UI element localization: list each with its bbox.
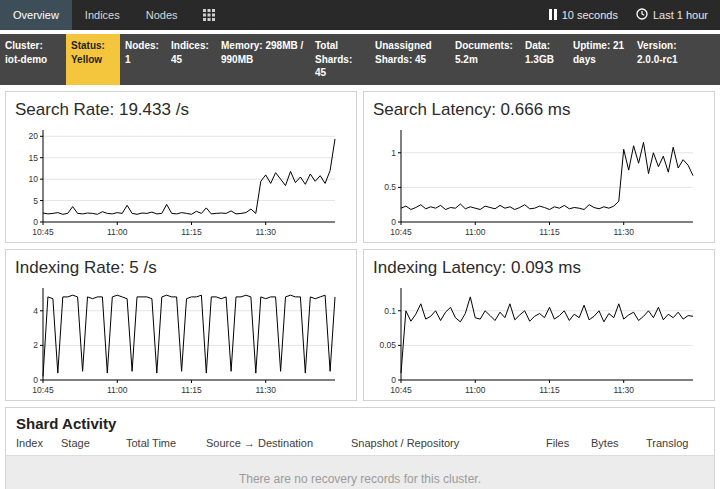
svg-text:0.05: 0.05 xyxy=(379,340,396,350)
svg-text:11:30: 11:30 xyxy=(613,227,634,237)
cluster-stat-6: Unassigned Shards: 45 xyxy=(370,34,450,85)
shard-col-6: Bytes xyxy=(591,437,646,449)
shard-col-4: Snapshot / Repository xyxy=(351,437,546,449)
svg-text:10:45: 10:45 xyxy=(390,385,412,395)
svg-text:1: 1 xyxy=(391,147,396,157)
svg-text:20: 20 xyxy=(29,131,39,141)
svg-text:10:45: 10:45 xyxy=(390,227,412,237)
nav-right-controls: 10 seconds Last 1 hour xyxy=(537,0,720,30)
indexing-latency-chart: 00.050.110:4511:0011:1511:30 xyxy=(373,282,701,396)
refresh-interval-control[interactable]: 10 seconds xyxy=(537,9,618,22)
svg-text:11:15: 11:15 xyxy=(539,385,560,395)
indexing-rate-chart: 02410:4511:0011:1511:30 xyxy=(15,282,343,396)
clock-icon xyxy=(636,8,648,22)
indexing-latency-panel: Indexing Latency: 0.093 ms 00.050.110:45… xyxy=(363,249,715,401)
svg-text:0: 0 xyxy=(391,217,396,227)
shard-activity-panel: Shard Activity IndexStageTotal TimeSourc… xyxy=(5,407,715,489)
cluster-stat-5: Total Shards: 45 xyxy=(310,34,370,85)
search-latency-chart: 00.5110:4511:0011:1511:30 xyxy=(373,124,701,238)
svg-text:4: 4 xyxy=(33,305,38,315)
nav-spacer xyxy=(227,0,537,30)
search-latency-title: Search Latency: 0.666 ms xyxy=(373,100,705,120)
svg-text:11:00: 11:00 xyxy=(465,227,486,237)
svg-text:11:30: 11:30 xyxy=(613,385,634,395)
search-rate-title: Search Rate: 19.433 /s xyxy=(15,100,347,120)
svg-text:0.1: 0.1 xyxy=(384,305,396,315)
svg-text:11:30: 11:30 xyxy=(255,227,276,237)
cluster-stat-4: Memory: 298MB / 990MB xyxy=(216,34,310,85)
svg-text:0.5: 0.5 xyxy=(384,182,396,192)
indexing-latency-title: Indexing Latency: 0.093 ms xyxy=(373,258,705,278)
svg-text:11:00: 11:00 xyxy=(107,385,128,395)
indexing-rate-panel: Indexing Rate: 5 /s 02410:4511:0011:1511… xyxy=(5,249,357,401)
shard-activity-empty-message: There are no recovery records for this c… xyxy=(6,455,714,489)
svg-text:11:00: 11:00 xyxy=(465,385,486,395)
page: { "nav": { "tabs": [ {"label": "Overview… xyxy=(0,0,720,489)
shard-activity-title: Shard Activity xyxy=(6,408,714,437)
svg-text:11:00: 11:00 xyxy=(107,227,128,237)
charts-grid: Search Rate: 19.433 /s 0510152010:4511:0… xyxy=(5,91,715,401)
cluster-stat-8: Data: 1.3GB xyxy=(520,34,568,85)
cluster-stat-3: Indices: 45 xyxy=(166,34,216,85)
svg-text:10:45: 10:45 xyxy=(32,227,54,237)
cluster-stat-10: Version: 2.0.0-rc1 xyxy=(632,34,704,85)
search-rate-chart: 0510152010:4511:0011:1511:30 xyxy=(15,124,343,238)
apps-grid-icon[interactable] xyxy=(191,0,227,30)
time-range-label: Last 1 hour xyxy=(653,9,708,21)
svg-text:15: 15 xyxy=(29,152,39,162)
indexing-rate-title: Indexing Rate: 5 /s xyxy=(15,258,347,278)
svg-text:11:15: 11:15 xyxy=(181,385,202,395)
tab-overview[interactable]: Overview xyxy=(0,0,72,30)
cluster-stat-7: Documents: 5.2m xyxy=(450,34,520,85)
cluster-stat-9: Uptime: 21 days xyxy=(568,34,632,85)
cluster-status-bar: Cluster: iot-demoStatus: YellowNodes: 1I… xyxy=(0,34,720,85)
svg-text:11:30: 11:30 xyxy=(255,385,276,395)
svg-text:11:15: 11:15 xyxy=(539,227,560,237)
cluster-stat-2: Nodes: 1 xyxy=(120,34,166,85)
search-rate-panel: Search Rate: 19.433 /s 0510152010:4511:0… xyxy=(5,91,357,243)
svg-text:2: 2 xyxy=(33,340,38,350)
svg-text:11:15: 11:15 xyxy=(181,227,202,237)
shard-col-1: Stage xyxy=(61,437,126,449)
refresh-interval-label: 10 seconds xyxy=(562,9,618,21)
shard-col-5: Files xyxy=(546,437,591,449)
tab-indices[interactable]: Indices xyxy=(72,0,133,30)
time-range-control[interactable]: Last 1 hour xyxy=(624,8,708,22)
shard-col-3: Source → Destination xyxy=(206,437,351,449)
cluster-stat-0: Cluster: iot-demo xyxy=(0,34,66,85)
shard-col-7: Translog xyxy=(646,437,704,449)
pause-icon[interactable] xyxy=(549,9,557,22)
shard-col-0: Index xyxy=(16,437,61,449)
cluster-stat-1: Status: Yellow xyxy=(66,34,120,85)
tab-nodes[interactable]: Nodes xyxy=(133,0,191,30)
svg-text:5: 5 xyxy=(33,195,38,205)
svg-text:10: 10 xyxy=(29,174,39,184)
svg-text:10:45: 10:45 xyxy=(32,385,54,395)
top-nav: Overview Indices Nodes 10 seconds Last 1… xyxy=(0,0,720,30)
shard-col-2: Total Time xyxy=(126,437,206,449)
shard-activity-header: IndexStageTotal TimeSource → Destination… xyxy=(6,437,714,455)
svg-text:0: 0 xyxy=(391,375,396,385)
svg-text:0: 0 xyxy=(33,217,38,227)
search-latency-panel: Search Latency: 0.666 ms 00.5110:4511:00… xyxy=(363,91,715,243)
svg-text:0: 0 xyxy=(33,375,38,385)
